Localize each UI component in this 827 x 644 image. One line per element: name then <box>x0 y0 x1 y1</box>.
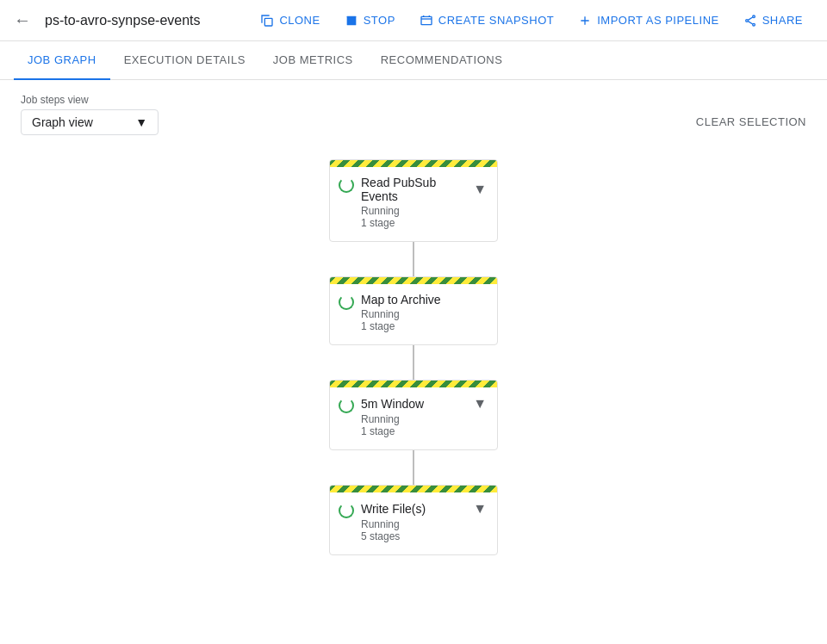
node-status: Running <box>361 308 487 320</box>
running-status-icon <box>339 294 354 310</box>
svg-rect-0 <box>265 18 273 26</box>
svg-point-3 <box>752 15 755 18</box>
chevron-down-icon[interactable]: ▼ <box>473 501 487 517</box>
node-name: Write File(s) <box>361 502 426 516</box>
svg-point-5 <box>752 23 755 26</box>
header-actions: CLONE STOP CREATE SNAPSHOT IMPORT AS PIP… <box>250 9 813 33</box>
svg-point-4 <box>745 19 748 22</box>
node-connector <box>413 242 414 276</box>
tab-execution-details[interactable]: EXECUTION DETAILS <box>110 41 259 80</box>
steps-view-select[interactable]: Graph view ▼ <box>21 109 159 135</box>
node-stages: 1 stage <box>361 217 487 229</box>
tabs-bar: JOB GRAPH EXECUTION DETAILS JOB METRICS … <box>0 41 827 80</box>
chevron-down-icon: ▼ <box>135 115 147 129</box>
stop-button[interactable]: STOP <box>334 9 406 33</box>
node-connector <box>413 450 414 485</box>
tab-job-metrics[interactable]: JOB METRICS <box>259 41 367 80</box>
node-stages: 1 stage <box>361 320 487 332</box>
node-name: Map to Archive <box>361 293 441 307</box>
share-button[interactable]: SHARE <box>733 9 813 33</box>
clone-button[interactable]: CLONE <box>250 9 330 33</box>
node-stripe <box>330 277 497 284</box>
node-name: 5m Window <box>361 397 424 411</box>
pipeline-node-write-files[interactable]: Write File(s) ▼ Running 5 stages <box>329 485 498 555</box>
node-status: Running <box>361 518 487 530</box>
header: ← ps-to-avro-synpse-events CLONE STOP <box>0 0 827 41</box>
tab-job-graph[interactable]: JOB GRAPH <box>14 41 110 80</box>
graph-area: Read PubSub Events ▼ Running 1 stage Map… <box>0 142 827 644</box>
node-stripe <box>330 486 497 492</box>
node-stages: 5 stages <box>361 530 487 542</box>
running-status-icon <box>339 503 354 518</box>
snapshot-icon <box>420 14 433 28</box>
pipeline-node-map-to-archive[interactable]: Map to Archive Running 1 stage <box>329 276 498 345</box>
node-name: Read PubSub Events <box>361 176 473 203</box>
node-stripe <box>330 381 497 387</box>
svg-rect-1 <box>346 15 356 25</box>
share-icon <box>743 14 757 28</box>
steps-view-container: Job steps view Graph view ▼ <box>21 94 159 135</box>
node-connector <box>413 345 414 380</box>
pipeline-node-5m-window[interactable]: 5m Window ▼ Running 1 stage <box>329 380 498 450</box>
job-title: ps-to-avro-synpse-events <box>45 13 236 28</box>
running-status-icon <box>339 177 354 193</box>
tab-recommendations[interactable]: RECOMMENDATIONS <box>367 41 517 80</box>
back-button[interactable]: ← <box>14 10 31 30</box>
node-stages: 1 stage <box>361 425 487 437</box>
chevron-down-icon[interactable]: ▼ <box>473 182 487 197</box>
clear-selection-button[interactable]: CLEAR SELECTION <box>696 108 806 135</box>
stop-icon <box>345 14 358 28</box>
node-status: Running <box>361 205 487 217</box>
create-snapshot-button[interactable]: CREATE SNAPSHOT <box>409 9 564 33</box>
node-status: Running <box>361 413 487 425</box>
toolbar: Job steps view Graph view ▼ CLEAR SELECT… <box>0 80 827 142</box>
plus-icon <box>578 14 592 28</box>
running-status-icon <box>339 398 354 413</box>
node-stripe <box>330 160 497 167</box>
steps-view-value: Graph view <box>32 115 93 129</box>
chevron-down-icon[interactable]: ▼ <box>473 396 487 412</box>
steps-view-label: Job steps view <box>21 94 159 106</box>
svg-rect-2 <box>421 16 432 24</box>
clone-icon <box>260 14 274 28</box>
import-as-pipeline-button[interactable]: IMPORT AS PIPELINE <box>568 9 729 33</box>
pipeline-node-read-pubsub[interactable]: Read PubSub Events ▼ Running 1 stage <box>329 159 498 242</box>
